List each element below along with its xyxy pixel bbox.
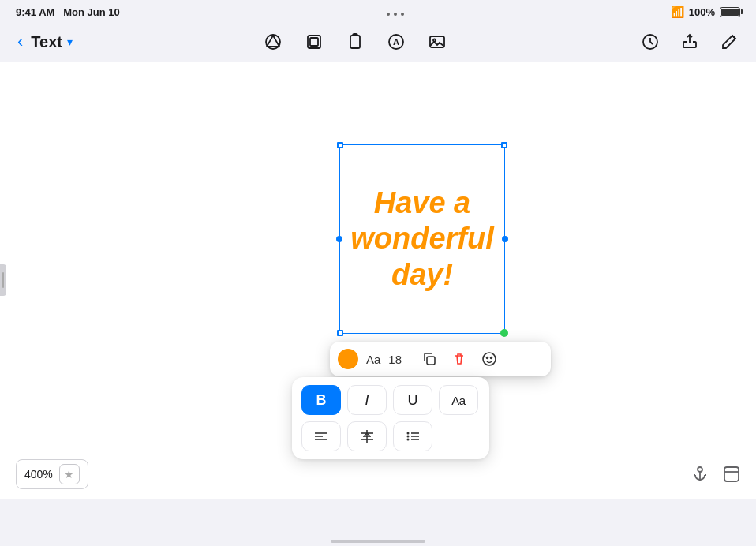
copy-button[interactable] (418, 348, 440, 370)
toolbar-left: ‹ Text ▾ (14, 28, 73, 55)
svg-point-23 (407, 432, 410, 435)
delete-button[interactable] (448, 348, 470, 370)
toolbar-right-icons (638, 29, 742, 54)
title-chevron-icon[interactable]: ▾ (67, 36, 73, 48)
align-left-icon (313, 428, 330, 445)
zoom-indicator: 400% ★ (16, 459, 88, 489)
bullets-button[interactable] (393, 421, 432, 451)
emoji-button[interactable] (478, 348, 500, 370)
italic-button[interactable]: I (347, 385, 387, 415)
wifi-icon: 📶 (671, 6, 684, 18)
time-label: 9:41 AM (16, 6, 54, 18)
home-indicator (331, 540, 425, 543)
zoom-label: 400% (24, 468, 53, 481)
back-chevron-icon: ‹ (17, 32, 23, 52)
edit-icon[interactable] (717, 29, 742, 54)
font-size-aa-button[interactable]: Aa (366, 353, 380, 366)
text-box-container: Have a wonderful day! (339, 144, 505, 334)
canvas-area: Have a wonderful day! Aa 18 (0, 62, 756, 499)
side-handle[interactable] (0, 264, 6, 296)
handle-mid-left[interactable] (336, 236, 342, 242)
status-bar: 9:41 AM Mon Jun 10 📶 100% (0, 0, 756, 22)
bold-button[interactable]: B (301, 385, 341, 415)
svg-point-8 (433, 39, 436, 42)
anchor-icon[interactable] (690, 464, 710, 489)
handle-top-left[interactable] (337, 142, 343, 148)
svg-rect-33 (724, 467, 739, 481)
clock-icon[interactable] (638, 29, 663, 54)
layers-icon[interactable] (301, 29, 327, 54)
status-right: 📶 100% (671, 6, 740, 18)
align-center-button[interactable] (347, 421, 387, 451)
svg-point-11 (483, 353, 496, 365)
format-row-1: B I U Aa (301, 385, 480, 415)
back-button[interactable]: ‹ (14, 28, 26, 55)
shapes-icon[interactable] (260, 29, 286, 54)
date-label: Mon Jun 10 (63, 6, 120, 18)
font-size-value[interactable]: 18 (388, 353, 402, 366)
main-toolbar: ‹ Text ▾ (0, 22, 756, 62)
text-box[interactable]: Have a wonderful day! (339, 144, 505, 334)
handle-top-right[interactable] (501, 142, 507, 148)
color-picker-button[interactable] (338, 349, 358, 369)
clipboard-icon[interactable] (342, 29, 368, 54)
svg-rect-3 (310, 38, 318, 46)
view-mode-icon[interactable] (721, 464, 742, 489)
share-icon[interactable] (677, 29, 702, 54)
svg-rect-10 (427, 357, 435, 365)
status-time: 9:41 AM Mon Jun 10 (16, 6, 120, 18)
text-format-icon[interactable]: A (384, 29, 409, 54)
align-center-icon (358, 428, 376, 445)
underline-button[interactable]: U (393, 385, 432, 415)
text-box-content: Have a wonderful day! (340, 179, 504, 300)
align-left-button[interactable] (301, 421, 341, 451)
svg-point-25 (407, 439, 410, 441)
svg-rect-4 (350, 36, 360, 48)
format-toolbar: B I U Aa (292, 377, 489, 459)
svg-point-12 (487, 357, 488, 359)
battery-icon (720, 7, 740, 17)
svg-point-24 (407, 436, 410, 438)
bullets-icon (404, 428, 421, 445)
bottom-right-toolbar (690, 464, 742, 489)
floating-toolbar: Aa 18 (330, 342, 551, 376)
svg-text:A: A (393, 37, 399, 47)
star-button[interactable]: ★ (59, 464, 80, 484)
font-style-button[interactable]: Aa (439, 385, 478, 415)
toolbar-center-icons: A (260, 29, 450, 54)
image-icon[interactable] (425, 29, 450, 54)
handle-bottom-left[interactable] (337, 330, 343, 336)
handle-green-dot[interactable] (500, 329, 508, 337)
handle-mid-right[interactable] (502, 236, 508, 242)
svg-point-13 (491, 357, 492, 359)
svg-point-29 (698, 467, 702, 472)
format-row-2 (301, 421, 480, 451)
battery-percent: 100% (689, 6, 715, 18)
star-icon: ★ (64, 468, 74, 481)
page-title: Text (31, 33, 62, 51)
status-center (387, 9, 404, 16)
divider-1 (410, 351, 410, 367)
